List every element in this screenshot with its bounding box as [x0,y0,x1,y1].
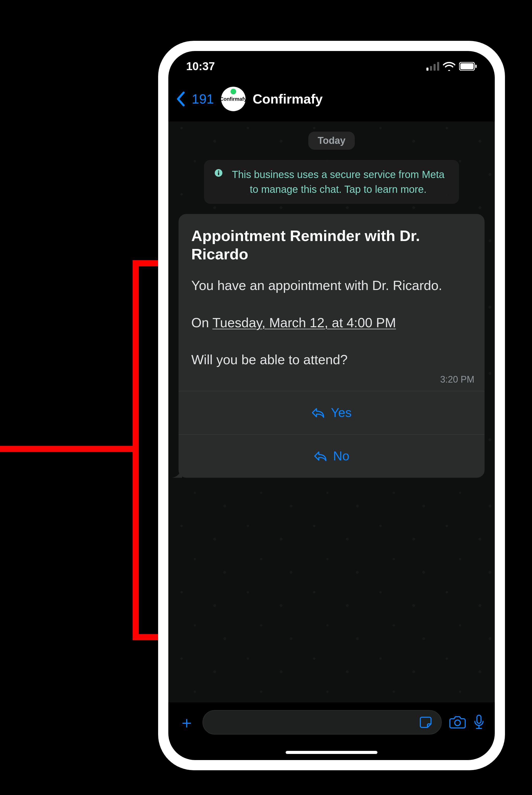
annotation-leader-line [0,446,133,452]
message-line2-prefix: On [191,315,212,330]
svg-point-8 [218,171,219,172]
phone-screen: 10:37 [168,51,495,760]
home-indicator-bar [286,751,377,754]
input-bar: ＋ [168,702,495,745]
annotation-bracket-vertical [133,260,139,640]
business-info-banner[interactable]: This business uses a secure service from… [204,160,459,204]
status-bar: 10:37 [168,51,495,82]
chat-header: 191 Confirmafy Confirmafy [168,82,495,121]
message-line3: Will you be able to attend? [191,352,348,367]
svg-rect-3 [437,62,439,71]
whatsapp-badge-icon [231,89,236,94]
bubble-tail [172,468,182,478]
compose-input[interactable] [203,710,442,735]
info-icon [214,169,223,177]
status-indicators [426,62,477,71]
message-timestamp: 3:20 PM [178,374,484,391]
avatar-label: Confirmafy [220,96,247,102]
contact-name[interactable]: Confirmafy [253,91,323,107]
message-body: You have an appointment with Dr. Ricardo… [191,276,472,369]
svg-rect-11 [477,715,481,723]
contact-avatar[interactable]: Confirmafy [221,87,246,111]
message-title: Appointment Reminder with Dr. Ricardo [191,227,472,263]
wifi-icon [443,62,455,71]
chat-body[interactable]: Today This business uses a secure servic… [168,121,495,702]
quick-reply-yes[interactable]: Yes [178,391,484,434]
quick-reply-no-label: No [333,449,349,463]
reply-icon [311,407,325,418]
cellular-icon [426,62,439,71]
svg-rect-6 [475,65,477,68]
attach-plus-icon[interactable]: ＋ [178,711,195,734]
reply-icon [314,450,327,462]
quick-reply-yes-label: Yes [331,405,352,420]
date-separator: Today [308,132,355,150]
status-time: 10:37 [186,60,215,73]
phone-frame: 10:37 [158,41,505,770]
sticker-icon[interactable] [419,715,434,730]
message-bubble[interactable]: Appointment Reminder with Dr. Ricardo Yo… [178,214,484,478]
svg-point-10 [455,720,460,726]
battery-icon [459,62,477,71]
svg-rect-1 [430,66,432,71]
incoming-message: Appointment Reminder with Dr. Ricardo Yo… [178,214,484,478]
microphone-icon[interactable] [473,714,484,731]
svg-rect-5 [460,63,474,69]
business-info-text: This business uses a secure service from… [227,167,449,197]
message-datetime: Tuesday, March 12, at 4:00 PM [212,315,396,330]
back-unread-count[interactable]: 191 [192,91,214,107]
home-indicator[interactable] [168,745,495,760]
back-chevron-icon[interactable] [176,92,185,106]
message-line1: You have an appointment with Dr. Ricardo… [191,278,442,293]
quick-reply-no[interactable]: No [178,434,484,478]
svg-rect-0 [426,68,429,71]
svg-rect-9 [218,172,219,175]
message-content: Appointment Reminder with Dr. Ricardo Yo… [178,214,484,374]
camera-icon[interactable] [449,715,466,730]
svg-rect-2 [434,64,436,71]
